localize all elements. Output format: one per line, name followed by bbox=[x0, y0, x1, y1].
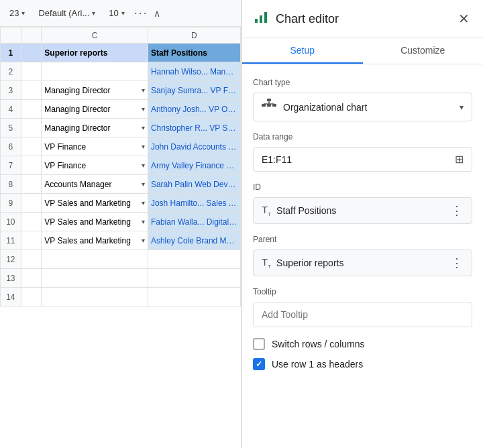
chart-type-left: Organizational chart bbox=[262, 99, 367, 115]
cell-c9[interactable]: VP Sales and Marketing ▾ bbox=[42, 194, 148, 213]
row-num: 6 bbox=[1, 137, 21, 156]
table-row: 10 VP Sales and Marketing ▾ Fabian Walla… bbox=[1, 213, 241, 231]
cell-d1[interactable]: Staff Positions bbox=[148, 44, 240, 62]
id-more-options[interactable]: ⋮ bbox=[451, 203, 464, 218]
tooltip-input[interactable] bbox=[253, 302, 472, 327]
cell-d9[interactable]: Josh Hamilto... Sales Admin... bbox=[148, 194, 240, 213]
switch-rows-cols-checkbox[interactable] bbox=[253, 338, 265, 350]
cell-c10[interactable]: VP Sales and Marketing ▾ bbox=[42, 213, 148, 231]
dropdown-arrow[interactable]: ▾ bbox=[142, 218, 145, 225]
cell-d13[interactable] bbox=[148, 269, 240, 288]
use-row1-headers-row: Use row 1 as headers bbox=[253, 358, 472, 370]
editor-title-row: Chart editor bbox=[253, 9, 339, 29]
row-num: 12 bbox=[1, 250, 21, 269]
org-chart-icon bbox=[262, 99, 276, 115]
chart-type-label: Chart type bbox=[253, 78, 472, 87]
cell-b1[interactable] bbox=[21, 44, 42, 62]
cell-b2[interactable] bbox=[21, 62, 42, 81]
col-d-header[interactable]: D bbox=[148, 27, 240, 44]
cell-d10[interactable]: Fabian Walla... Digital Marke... bbox=[148, 213, 240, 231]
dropdown-arrow[interactable]: ▾ bbox=[142, 143, 145, 150]
close-button[interactable]: ✕ bbox=[455, 8, 472, 30]
cell-c4[interactable]: Managing Director ▾ bbox=[42, 100, 148, 119]
cell-c14[interactable] bbox=[42, 288, 148, 306]
cell-b6[interactable] bbox=[21, 137, 42, 156]
cell-c2[interactable] bbox=[42, 62, 148, 81]
cell-b5[interactable] bbox=[21, 119, 42, 137]
parent-more-options[interactable]: ⋮ bbox=[451, 256, 464, 270]
cell-d4[interactable]: Anthony Josh... VP Operation... bbox=[148, 100, 240, 119]
data-range-row[interactable]: E1:F11 ⊞ bbox=[253, 147, 472, 172]
cell-b4[interactable] bbox=[21, 100, 42, 119]
cell-b14[interactable] bbox=[21, 288, 42, 306]
cell-b7[interactable] bbox=[21, 156, 42, 175]
dropdown-arrow[interactable]: ▾ bbox=[142, 87, 145, 94]
font-value: Default (Ari... bbox=[38, 8, 89, 18]
dropdown-arrow[interactable]: ▾ bbox=[142, 124, 145, 131]
cell-c12[interactable] bbox=[42, 250, 148, 269]
col-b-header[interactable] bbox=[21, 27, 42, 44]
dropdown-arrow[interactable]: ▾ bbox=[142, 180, 145, 188]
table-row: 8 Accounts Manager ▾ Sarah Palin Web Dev… bbox=[1, 175, 241, 194]
parent-field-left: TT Superior reports bbox=[262, 256, 343, 270]
cell-b10[interactable] bbox=[21, 213, 42, 231]
parent-field-value: Superior reports bbox=[276, 258, 343, 268]
cell-d14[interactable] bbox=[148, 288, 240, 306]
checkboxes-section: Switch rows / columns Use row 1 as heade… bbox=[253, 338, 472, 370]
cell-c3-value: Managing Director bbox=[44, 86, 110, 95]
tab-customize[interactable]: Customize bbox=[363, 38, 484, 64]
cell-c1[interactable]: Superior reports bbox=[42, 44, 148, 62]
cell-b8[interactable] bbox=[21, 175, 42, 194]
font-control[interactable]: Default (Ari... ▾ bbox=[34, 7, 99, 19]
editor-tabs: Setup Customize bbox=[242, 38, 483, 64]
dropdown-arrow[interactable]: ▾ bbox=[142, 237, 145, 244]
zoom-control[interactable]: 23 ▾ bbox=[5, 7, 29, 19]
dropdown-arrow[interactable]: ▾ bbox=[142, 162, 145, 169]
cell-b11[interactable] bbox=[21, 231, 42, 250]
row-num: 9 bbox=[1, 194, 21, 213]
dropdown-arrow[interactable]: ▾ bbox=[142, 105, 145, 113]
cell-d5[interactable]: Christopher R... VP Sales and... bbox=[148, 119, 240, 137]
cell-c6[interactable]: VP Finance ▾ bbox=[42, 137, 148, 156]
table-row: 12 bbox=[1, 250, 241, 269]
table-row: 3 Managing Director ▾ Sanjay Sumra... VP… bbox=[1, 81, 241, 100]
cell-d2[interactable]: Hannah Wilso... Managing Di... bbox=[148, 62, 240, 81]
cell-c5[interactable]: Managing Director ▾ bbox=[42, 119, 148, 137]
col-c-header[interactable]: C bbox=[42, 27, 148, 44]
cell-c7[interactable]: VP Finance ▾ bbox=[42, 156, 148, 175]
table-row: 1 Superior reports Staff Positions bbox=[1, 44, 241, 62]
cell-d8[interactable]: Sarah Palin Web Develop... bbox=[148, 175, 240, 194]
cell-d7[interactable]: Army Valley Finance Direc... bbox=[148, 156, 240, 175]
tab-setup[interactable]: Setup bbox=[242, 38, 363, 64]
cell-c6-value: VP Finance bbox=[44, 142, 86, 152]
use-row1-headers-checkbox[interactable] bbox=[253, 358, 265, 370]
cell-d3[interactable]: Sanjay Sumra... VP Finance bbox=[148, 81, 240, 100]
cell-c13[interactable] bbox=[42, 269, 148, 288]
cell-b12[interactable] bbox=[21, 250, 42, 269]
cell-b13[interactable] bbox=[21, 269, 42, 288]
cell-c8[interactable]: Accounts Manager ▾ bbox=[42, 175, 148, 194]
cell-b3[interactable] bbox=[21, 81, 42, 100]
size-dropdown-arrow: ▾ bbox=[121, 9, 125, 17]
cell-c3[interactable]: Managing Director ▾ bbox=[42, 81, 148, 100]
cell-c10-value: VP Sales and Marketing bbox=[44, 217, 131, 227]
cell-d11[interactable]: Ashley Cole Brand Marke... bbox=[148, 231, 240, 250]
more-options-button[interactable]: ··· bbox=[134, 6, 148, 20]
collapse-button[interactable]: ∧ bbox=[154, 8, 160, 19]
sheet-table: C D 1 Superior reports Staff Positions 2 bbox=[0, 27, 241, 448]
grid-icon[interactable]: ⊞ bbox=[455, 153, 464, 166]
table-row: 4 Managing Director ▾ Anthony Josh... VP… bbox=[1, 100, 241, 119]
parent-label: Parent bbox=[253, 235, 472, 244]
font-size-control[interactable]: 10 ▾ bbox=[105, 7, 128, 19]
cell-b9[interactable] bbox=[21, 194, 42, 213]
table-row: 14 bbox=[1, 288, 241, 306]
cell-c11[interactable]: VP Sales and Marketing ▾ bbox=[42, 231, 148, 250]
row-num: 11 bbox=[1, 231, 21, 250]
cell-d6[interactable]: John David Accounts Ma... bbox=[148, 137, 240, 156]
svg-rect-3 bbox=[267, 99, 271, 101]
id-label: ID bbox=[253, 182, 472, 192]
chart-type-selector[interactable]: Organizational chart ▾ bbox=[253, 93, 472, 121]
cell-d12[interactable] bbox=[148, 250, 240, 269]
dropdown-arrow[interactable]: ▾ bbox=[142, 199, 145, 207]
editor-body: Chart type Organizational chart ▾ bbox=[242, 64, 483, 448]
